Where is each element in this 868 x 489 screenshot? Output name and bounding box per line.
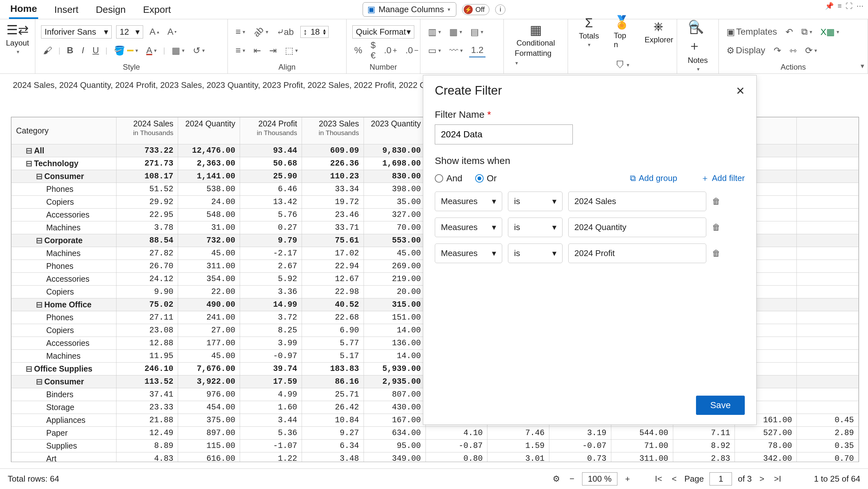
explorer-button[interactable]: ⛯Explorer — [640, 20, 678, 44]
underline-button[interactable]: U — [91, 44, 101, 57]
add-group-button[interactable]: ⧉Add group — [630, 173, 677, 183]
tab-insert[interactable]: Insert — [53, 1, 80, 18]
decrease-indent-button[interactable]: ⇤ — [252, 44, 263, 57]
italic-button[interactable]: I — [80, 44, 86, 57]
info-icon[interactable]: i — [495, 4, 505, 15]
table-row[interactable]: Supplies8.89115.00-1.076.3495.00-0.871.5… — [11, 439, 859, 452]
rule-field-select[interactable]: Measures▾ — [435, 191, 502, 211]
rule-field-select[interactable]: Measures▾ — [435, 218, 502, 237]
bold-button[interactable]: B — [65, 44, 75, 57]
rule-operator-select[interactable]: is▾ — [508, 218, 562, 237]
rule-value-select[interactable]: 2024 Profit — [568, 244, 706, 263]
refresh-button[interactable]: ⟳▾ — [803, 44, 819, 57]
trash-icon[interactable]: 🗑 — [712, 222, 720, 232]
copy-button[interactable]: ⧉▾ — [799, 25, 814, 38]
chevron-down-icon: ▾ — [447, 6, 450, 12]
prev-page-button[interactable]: < — [670, 474, 679, 484]
font-size-select[interactable]: 12▾ — [116, 25, 143, 38]
column-header[interactable] — [797, 117, 859, 144]
page-input[interactable]: 1 — [710, 472, 732, 486]
column-header[interactable]: 2023 Salesin Thousands — [302, 117, 364, 144]
conditional-formatting-button[interactable]: ▦ Conditional Formatting ▾ — [509, 23, 562, 67]
text-orientation-button[interactable]: ab▾ — [252, 25, 270, 38]
add-filter-button[interactable]: ＋Add filter — [701, 173, 745, 184]
fill-color-button[interactable]: 🪣▾ — [112, 44, 140, 57]
rule-value-select[interactable]: 2024 Sales — [568, 191, 706, 211]
percent-button[interactable]: % — [352, 44, 364, 57]
settings-icon[interactable]: ⚙ — [551, 474, 562, 484]
and-radio[interactable]: And — [435, 173, 462, 184]
tab-design[interactable]: Design — [94, 1, 127, 18]
filter-name-input[interactable] — [435, 124, 573, 144]
rule-operator-select[interactable]: is▾ — [508, 244, 562, 263]
rule-value-select[interactable]: 2024 Quantity — [568, 218, 706, 237]
zoom-input[interactable]: 100 % — [582, 472, 617, 486]
table-layout-2-button[interactable]: ▦▾ — [447, 25, 464, 38]
align-horizontal-button[interactable]: ≡▾ — [234, 25, 247, 38]
templates-button[interactable]: ▣ Templates — [724, 25, 779, 38]
quick-format-select[interactable]: Quick Format▾ — [352, 25, 414, 38]
table-row[interactable]: Paper12.49897.005.369.27634.004.107.463.… — [11, 427, 859, 439]
tab-export[interactable]: Export — [142, 1, 172, 18]
layout-button[interactable]: ☰⇄ Layout ▾ — [6, 23, 29, 55]
notes-button[interactable]: 🗒＋ Notes ▾ — [683, 23, 713, 72]
increase-indent-button[interactable]: ⇥ — [267, 44, 279, 57]
fit-width-button[interactable]: ⇿ — [787, 44, 799, 57]
sort-icon[interactable]: ≡ — [838, 2, 842, 10]
decrease-font-icon[interactable]: A▾ — [165, 25, 179, 38]
wrap-text-button[interactable]: ⤶ab — [275, 25, 296, 38]
borders-button[interactable]: ▦▾ — [170, 44, 186, 57]
table-layout-3-button[interactable]: ▤▾ — [468, 25, 485, 38]
font-family-select[interactable]: Inforiver Sans▾ — [41, 25, 112, 38]
trash-icon[interactable]: 🗑 — [712, 248, 720, 258]
save-button[interactable]: Save — [696, 396, 745, 415]
insert-cell-button[interactable]: ▭▾ — [426, 44, 443, 57]
rule-field-select[interactable]: Measures▾ — [435, 244, 502, 263]
currency-button[interactable]: $€ — [369, 39, 378, 62]
tab-home[interactable]: Home — [9, 0, 38, 19]
create-filter-panel: Create Filter ✕ Filter Name * Show items… — [423, 75, 757, 425]
table-row[interactable]: Art4.83616.001.223.48349.000.803.010.733… — [11, 452, 859, 462]
zoom-out-button[interactable]: − — [568, 474, 576, 484]
redo-button[interactable]: ↷ — [772, 44, 783, 57]
align-vertical-button[interactable]: ≡▾ — [234, 44, 247, 57]
display-button[interactable]: ⚙ Display — [724, 44, 767, 57]
line-spacing-spinner[interactable]: ↕18▴▾ — [300, 26, 329, 38]
column-header[interactable]: 2024 Quantity — [178, 117, 240, 144]
zoom-in-button[interactable]: + — [623, 474, 632, 484]
format-painter-icon[interactable]: 🖌 — [41, 44, 54, 57]
pin-icon[interactable]: 📌 — [825, 2, 834, 10]
column-header[interactable]: 2023 Quantity — [364, 117, 426, 144]
group-align-label: Align — [234, 61, 340, 71]
increase-font-icon[interactable]: A▴ — [148, 25, 161, 38]
panel-title: Create Filter — [435, 84, 502, 97]
focus-icon[interactable]: ⛶ — [845, 2, 852, 10]
more-icon[interactable]: ⋯ — [857, 2, 864, 10]
last-page-button[interactable]: >I — [772, 474, 783, 484]
manage-columns-button[interactable]: ▣ Manage Columns ▾ — [363, 2, 457, 17]
trash-icon[interactable]: 🗑 — [712, 196, 720, 206]
reset-format-icon[interactable]: ↺▾ — [191, 44, 207, 57]
filter-button[interactable]: ⛉▾ — [614, 58, 631, 71]
column-header[interactable]: Category — [11, 117, 117, 144]
close-icon[interactable]: ✕ — [736, 84, 745, 97]
column-header[interactable]: 2024 Profitin Thousands — [240, 117, 302, 144]
cell-size-button[interactable]: ⬚▾ — [283, 44, 300, 57]
decimals-button[interactable]: 1.2 — [469, 43, 486, 57]
table-layout-1-button[interactable]: ▥▾ — [426, 25, 443, 38]
column-header[interactable]: 2024 Salesin Thousands — [116, 117, 178, 144]
decrease-decimal-button[interactable]: .0− — [403, 44, 421, 57]
rule-operator-select[interactable]: is▾ — [508, 191, 562, 211]
topn-button[interactable]: 🏅Top n — [609, 15, 635, 49]
increase-decimal-button[interactable]: .0+ — [382, 44, 399, 57]
or-radio[interactable]: Or — [475, 173, 497, 184]
totals-button[interactable]: ΣTotals▾ — [574, 16, 604, 48]
undo-button[interactable]: ↶ — [784, 25, 795, 38]
text-color-button[interactable]: A▾ — [145, 44, 159, 57]
first-page-button[interactable]: I< — [653, 474, 664, 484]
next-page-button[interactable]: > — [757, 474, 766, 484]
excel-export-button[interactable]: X▦▾ — [818, 25, 841, 38]
ribbon-collapse-icon[interactable]: ▾ — [861, 62, 864, 70]
performance-toggle[interactable]: ⚡ Off — [462, 4, 489, 15]
sparkline-button[interactable]: 〰▾ — [447, 44, 465, 57]
